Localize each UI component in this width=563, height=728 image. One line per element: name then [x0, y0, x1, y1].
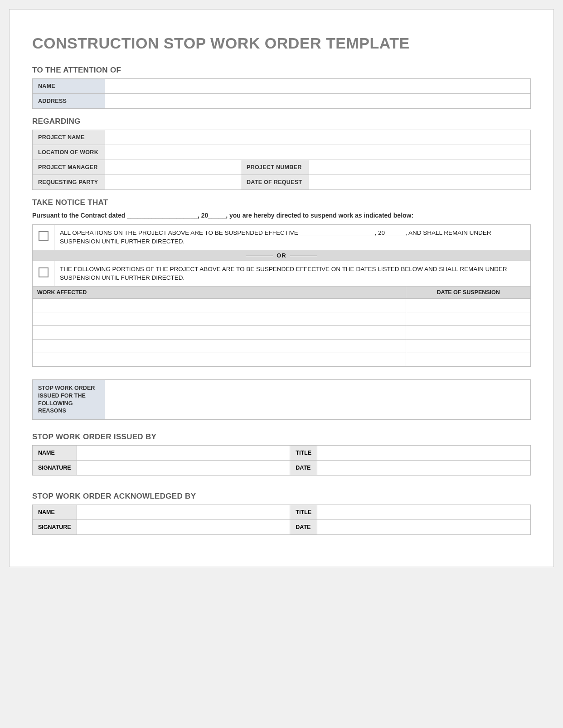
- project-name-label: PROJECT NAME: [33, 130, 105, 145]
- document-page: CONSTRUCTION STOP WORK ORDER TEMPLATE TO…: [9, 9, 554, 567]
- project-manager-label: PROJECT MANAGER: [33, 160, 105, 175]
- date-row[interactable]: [406, 325, 531, 339]
- ack-by-table: NAME TITLE SIGNATURE DATE: [32, 505, 531, 535]
- section-heading-ack-by: STOP WORK ORDER ACKNOWLEDGED BY: [32, 492, 531, 501]
- option-a-text: ALL OPERATIONS ON THE PROJECT ABOVE ARE …: [54, 225, 531, 250]
- ack-title-label: TITLE: [290, 505, 317, 520]
- checkbox-icon[interactable]: [39, 231, 49, 241]
- ack-title-field[interactable]: [317, 505, 531, 520]
- section-heading-issued-by: STOP WORK ORDER ISSUED BY: [32, 432, 531, 442]
- issued-name-label: NAME: [33, 446, 77, 461]
- col-work-affected: WORK AFFECTED: [33, 286, 406, 298]
- issued-date-field[interactable]: [317, 461, 531, 476]
- notice-options-table: ALL OPERATIONS ON THE PROJECT ABOVE ARE …: [32, 224, 531, 286]
- work-row[interactable]: [33, 353, 406, 366]
- attention-address-field[interactable]: [105, 94, 531, 109]
- location-field[interactable]: [105, 145, 531, 160]
- project-name-field[interactable]: [105, 130, 531, 145]
- section-heading-attention: TO THE ATTENTION OF: [32, 66, 531, 75]
- requesting-party-field[interactable]: [105, 175, 241, 190]
- issued-title-label: TITLE: [290, 446, 317, 461]
- work-affected-table: WORK AFFECTED DATE OF SUSPENSION: [32, 286, 531, 367]
- document-title: CONSTRUCTION STOP WORK ORDER TEMPLATE: [32, 34, 531, 52]
- date-row[interactable]: [406, 298, 531, 312]
- section-heading-notice: TAKE NOTICE THAT: [32, 198, 531, 207]
- date-row[interactable]: [406, 312, 531, 325]
- attention-address-label: ADDRESS: [33, 94, 105, 109]
- location-label: LOCATION OF WORK: [33, 145, 105, 160]
- ack-date-field[interactable]: [317, 520, 531, 535]
- date-request-label: DATE OF REQUEST: [241, 175, 309, 190]
- ack-date-label: DATE: [290, 520, 317, 535]
- section-heading-regarding: REGARDING: [32, 117, 531, 126]
- reasons-label: STOP WORK ORDER ISSUED FOR THE FOLLOWING…: [33, 379, 105, 420]
- work-row[interactable]: [33, 325, 406, 339]
- date-row[interactable]: [406, 353, 531, 366]
- date-request-field[interactable]: [309, 175, 531, 190]
- issued-title-field[interactable]: [317, 446, 531, 461]
- col-date-suspension: DATE OF SUSPENSION: [406, 286, 531, 298]
- issued-date-label: DATE: [290, 461, 317, 476]
- work-row[interactable]: [33, 339, 406, 353]
- ack-name-label: NAME: [33, 505, 77, 520]
- reasons-field[interactable]: [105, 379, 531, 420]
- attention-name-field[interactable]: [105, 79, 531, 94]
- option-a-checkbox-cell: [33, 225, 54, 250]
- project-number-label: PROJECT NUMBER: [241, 160, 309, 175]
- project-number-field[interactable]: [309, 160, 531, 175]
- option-b-text: THE FOLLOWING PORTIONS OF THE PROJECT AB…: [54, 261, 531, 286]
- ack-signature-label: SIGNATURE: [33, 520, 77, 535]
- regarding-table: PROJECT NAME LOCATION OF WORK PROJECT MA…: [32, 130, 531, 190]
- ack-name-field[interactable]: [77, 505, 290, 520]
- attention-name-label: NAME: [33, 79, 105, 94]
- requesting-party-label: REQUESTING PARTY: [33, 175, 105, 190]
- notice-pursuant-text: Pursuant to the Contract dated _________…: [32, 211, 531, 220]
- ack-signature-field[interactable]: [77, 520, 290, 535]
- reasons-table: STOP WORK ORDER ISSUED FOR THE FOLLOWING…: [32, 379, 531, 420]
- checkbox-icon[interactable]: [39, 267, 49, 277]
- issued-name-field[interactable]: [77, 446, 290, 461]
- attention-table: NAME ADDRESS: [32, 78, 531, 109]
- date-row[interactable]: [406, 339, 531, 353]
- or-label: OR: [277, 252, 286, 259]
- work-row[interactable]: [33, 312, 406, 325]
- issued-signature-label: SIGNATURE: [33, 461, 77, 476]
- work-row[interactable]: [33, 298, 406, 312]
- option-b-checkbox-cell: [33, 261, 54, 286]
- issued-by-table: NAME TITLE SIGNATURE DATE: [32, 445, 531, 476]
- or-divider: OR: [33, 250, 531, 261]
- project-manager-field[interactable]: [105, 160, 241, 175]
- issued-signature-field[interactable]: [77, 461, 290, 476]
